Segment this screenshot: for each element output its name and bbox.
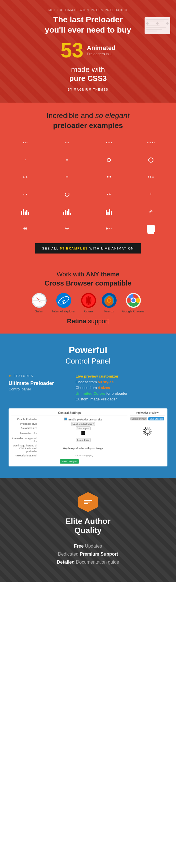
hexagon-lines xyxy=(84,500,92,504)
compat-title: Work with ANY theme xyxy=(6,271,170,278)
feature-custom-image: Custom Image Preloader xyxy=(76,397,168,401)
preloader-cell-23 xyxy=(89,221,128,236)
feature-live-preview: Live preview customizer xyxy=(76,374,168,378)
bgcolor-select[interactable]: Select Color xyxy=(76,438,91,442)
browser-firefox: Firefox xyxy=(102,293,117,313)
panel-save-button[interactable]: Save Changes xyxy=(60,459,79,464)
preloader-cell-7 xyxy=(89,153,128,167)
preloader-cell-8 xyxy=(131,153,171,167)
svg-point-22 xyxy=(131,299,136,302)
panel-update-btn[interactable]: Update preview xyxy=(130,417,147,421)
style-label: Preloader style xyxy=(11,423,37,425)
firefox-label: Firefox xyxy=(104,310,114,313)
svg-point-6 xyxy=(38,300,40,301)
elite-feature-updates: Free Updates xyxy=(8,544,168,549)
feature-colors: Unlimited Colors for preloader xyxy=(76,391,168,396)
panel-save2-btn[interactable]: Save Changes xyxy=(148,417,164,421)
product-sub: Control panel xyxy=(8,387,70,391)
preloader-cell-11 xyxy=(89,170,128,184)
retina-text: Retina support xyxy=(6,317,170,325)
preloader-cell-14 xyxy=(48,187,87,202)
retina-label: Retina xyxy=(67,317,86,325)
spinner-preview xyxy=(142,426,153,437)
size-select[interactable]: Extra large ▾ xyxy=(76,427,91,430)
control-panel-subtitle: Control Panel xyxy=(8,357,168,366)
panel-preview-btns: Update preview Save Changes xyxy=(130,417,165,421)
panel-preview-title: Preloader preview xyxy=(130,411,165,415)
panel-section-title: General Settings xyxy=(11,411,127,416)
browser-opera: Opera xyxy=(81,293,96,313)
enable-checkbox[interactable] xyxy=(64,417,67,421)
elite-feature-docs: Detailed Documentation guide xyxy=(8,560,168,565)
control-cols: ⚙ FEATURES Ultimate Preloader Control pa… xyxy=(8,374,168,403)
hero-title-line1: The last Preloader xyxy=(53,15,123,24)
hero-animated-label: Animated xyxy=(87,44,115,52)
panel-row-image: Use image instead of CSS3 animated prelo… xyxy=(11,444,127,453)
examples-title-emphasis: so elegant xyxy=(95,111,129,120)
control-left: ⚙ FEATURES Ultimate Preloader Control pa… xyxy=(8,374,70,403)
preloader-cell-24 xyxy=(131,221,171,236)
panel-row-color: Preloader color xyxy=(11,431,127,436)
preloader-cell-1 xyxy=(6,136,45,150)
browser-row: Safari e Internet Explorer xyxy=(6,293,170,313)
hero-in1-label: Preloaders in 1 xyxy=(87,52,115,56)
elite-title: Elite Author Quality xyxy=(8,517,168,535)
panel-row-size: Preloader size Extra large ▾ xyxy=(11,427,127,430)
see-all-suffix: WITH LIVE ANIMATION xyxy=(89,247,134,250)
svg-line-31 xyxy=(144,432,145,433)
panel-row-imageurl: Preloader image url .../circle-orange.pn… xyxy=(11,454,127,457)
panel-preview-right: Preloader preview Update preview Save Ch… xyxy=(130,411,165,464)
opera-label: Opera xyxy=(84,310,93,313)
chrome-icon xyxy=(126,293,141,308)
preloader-cell-18 xyxy=(48,204,87,219)
preloader-cell-4 xyxy=(131,136,171,150)
preloader-cell-9 xyxy=(6,170,45,184)
examples-section: Incredible and so elegant preloader exam… xyxy=(0,103,176,265)
compat-subtitle: Cross Browser compatible xyxy=(6,279,170,287)
panel-row-style: Preloader style Line light clockwise ▾ xyxy=(11,423,127,425)
hex-line-2 xyxy=(84,502,90,502)
preloader-grid: + xyxy=(6,136,170,236)
see-all-button[interactable]: SEE ALL 53 EXAMPLES WITH LIVE ANIMATION xyxy=(35,243,141,253)
hero-pure: pure CSS3 xyxy=(69,74,107,83)
hex-line-3 xyxy=(84,503,88,504)
examples-title: Incredible and so elegant xyxy=(6,111,170,120)
browser-safari: Safari xyxy=(32,293,47,313)
panel-settings-left: General Settings Enable Preloader Enable… xyxy=(11,411,127,464)
preloader-cell-13 xyxy=(6,187,45,202)
hero-meet-label: MEET ULTIMATE WORDPRESS PRELOADER xyxy=(11,8,165,12)
control-right: Live preview customizer Choose from 53 s… xyxy=(76,374,168,403)
safari-icon xyxy=(32,293,47,308)
preloader-cell-12 xyxy=(131,170,171,184)
compat-cross: Cross Browser xyxy=(45,279,93,287)
hero-title: The last Preloader you'll ever need to b… xyxy=(11,14,165,35)
hex-line-1 xyxy=(84,500,92,501)
hero-number: 53 xyxy=(61,40,83,61)
elite-feature-support: Dedicated Premium Support xyxy=(8,552,168,557)
browser-chrome: Google Chrome xyxy=(122,293,145,313)
elite-quality: Quality xyxy=(75,526,102,535)
hero-title-line2: you'll ever need to buy xyxy=(45,25,131,34)
size-label: Preloader size xyxy=(11,427,37,430)
elite-section: Elite Author Quality Free Updates Dedica… xyxy=(0,478,176,582)
ie-icon: e xyxy=(56,293,71,308)
gear-icon: ⚙ xyxy=(8,374,12,378)
color-label: Preloader color xyxy=(11,432,37,435)
preloader-cell-6 xyxy=(48,153,87,167)
ie-label: Internet Explorer xyxy=(52,310,76,313)
hero-animated-labels: Animated Preloaders in 1 xyxy=(87,44,115,56)
see-all-prefix: SEE ALL xyxy=(42,247,59,250)
preloader-cell-19 xyxy=(89,204,128,219)
examples-title-normal: Incredible and xyxy=(47,111,93,120)
style-select[interactable]: Line light clockwise ▾ xyxy=(71,422,95,426)
enable-control: Enable preloader on your site xyxy=(39,417,127,421)
feature-live-link[interactable]: Live preview customizer xyxy=(76,374,118,378)
color-swatch[interactable] xyxy=(81,431,85,435)
image-label: Use image instead of CSS3 animated prelo… xyxy=(11,444,37,453)
image-control: Replace preloader with your image xyxy=(39,447,127,450)
preloader-cell-10 xyxy=(48,170,87,184)
panel-row-enable: Enable Preloader Enable preloader on you… xyxy=(11,417,127,421)
hero-brand: MAGNIUM THEMES xyxy=(74,88,108,91)
preloader-cell-3 xyxy=(89,136,128,150)
preloader-cell-16: + xyxy=(131,187,171,202)
